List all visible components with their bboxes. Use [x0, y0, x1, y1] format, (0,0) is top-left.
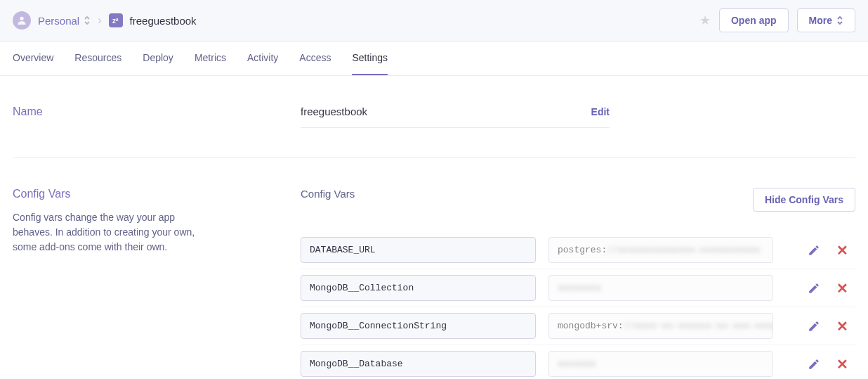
config-var-actions: ✕ [808, 358, 855, 371]
more-label: More [809, 15, 832, 26]
close-icon[interactable]: ✕ [836, 244, 848, 257]
config-vars-section: Config Vars Config vars change the way y… [13, 158, 855, 379]
pencil-icon[interactable] [808, 358, 820, 371]
config-var-row: MongoDB__Databasexxxxxxx✕ [301, 345, 855, 379]
star-icon[interactable]: ★ [699, 13, 711, 28]
hide-config-vars-button[interactable]: Hide Config Vars [753, 188, 855, 212]
app-name-label: freeguestbook [130, 15, 197, 27]
config-var-key[interactable]: MongoDB__Collection [301, 275, 536, 301]
config-var-key[interactable]: DATABASE_URL [301, 237, 536, 263]
header-actions: ★ Open app More [699, 8, 855, 32]
config-var-value[interactable]: xxxxxxx [548, 351, 773, 377]
config-section-title: Config Vars [13, 188, 301, 200]
tab-settings[interactable]: Settings [352, 41, 388, 75]
close-icon[interactable]: ✕ [836, 282, 848, 295]
tab-bar: Overview Resources Deploy Metrics Activi… [0, 41, 868, 76]
tab-resources[interactable]: Resources [74, 41, 121, 75]
config-var-key[interactable]: MongoDB__Database [301, 351, 536, 377]
updown-icon [84, 15, 91, 25]
config-var-actions: ✕ [808, 244, 855, 257]
edit-name-button[interactable]: Edit [591, 106, 610, 117]
svg-point-0 [20, 17, 23, 20]
chevron-right-icon: › [98, 14, 101, 27]
open-app-button[interactable]: Open app [719, 8, 789, 32]
config-section-description: Config vars change the way your app beha… [13, 210, 209, 255]
avatar[interactable] [13, 11, 31, 30]
config-var-row: MongoDB__ConnectionStringmongodb+srv://x… [301, 307, 855, 345]
tab-metrics[interactable]: Metrics [195, 41, 226, 75]
close-icon[interactable]: ✕ [836, 320, 848, 333]
tab-activity[interactable]: Activity [247, 41, 278, 75]
user-icon [16, 15, 27, 26]
name-section: Name freeguestbook Edit [13, 76, 855, 158]
workspace-name: Personal [38, 15, 79, 27]
workspace-selector[interactable]: Personal [38, 15, 91, 27]
updown-icon [836, 15, 843, 25]
pencil-icon[interactable] [808, 320, 820, 333]
config-var-actions: ✕ [808, 282, 855, 295]
config-var-actions: ✕ [808, 320, 855, 333]
pencil-icon[interactable] [808, 244, 820, 257]
content: Name freeguestbook Edit Config Vars Conf… [0, 76, 868, 379]
tab-overview[interactable]: Overview [13, 41, 53, 75]
name-value: freeguestbook [301, 105, 577, 117]
config-vars-label: Config Vars [301, 188, 355, 200]
tab-deploy[interactable]: Deploy [143, 41, 173, 75]
config-var-value[interactable]: xxxxxxxx [548, 275, 773, 301]
header-bar: Personal › zᶻ freeguestbook ★ Open app M… [0, 0, 868, 41]
app-hexagon-icon: zᶻ [109, 13, 123, 27]
tab-access[interactable]: Access [299, 41, 331, 75]
config-var-value[interactable]: mongodb+srv://xxxx-xx-xxxxxx-xx-xxx-xxxx… [548, 313, 773, 339]
open-app-label: Open app [731, 15, 777, 26]
more-button[interactable]: More [797, 8, 855, 32]
breadcrumb: Personal › zᶻ freeguestbook [13, 11, 197, 30]
config-var-row: MongoDB__Collectionxxxxxxxx✕ [301, 269, 855, 307]
close-icon[interactable]: ✕ [836, 358, 848, 371]
config-var-value[interactable]: postgres://xxxxxxxxxxxxxx-xxxxxxxxxxx [548, 237, 773, 263]
hide-config-vars-label: Hide Config Vars [765, 194, 843, 205]
name-section-title: Name [13, 105, 301, 118]
pencil-icon[interactable] [808, 282, 820, 295]
config-var-key[interactable]: MongoDB__ConnectionString [301, 313, 536, 339]
config-var-row: DATABASE_URLpostgres://xxxxxxxxxxxxxx-xx… [301, 231, 855, 269]
